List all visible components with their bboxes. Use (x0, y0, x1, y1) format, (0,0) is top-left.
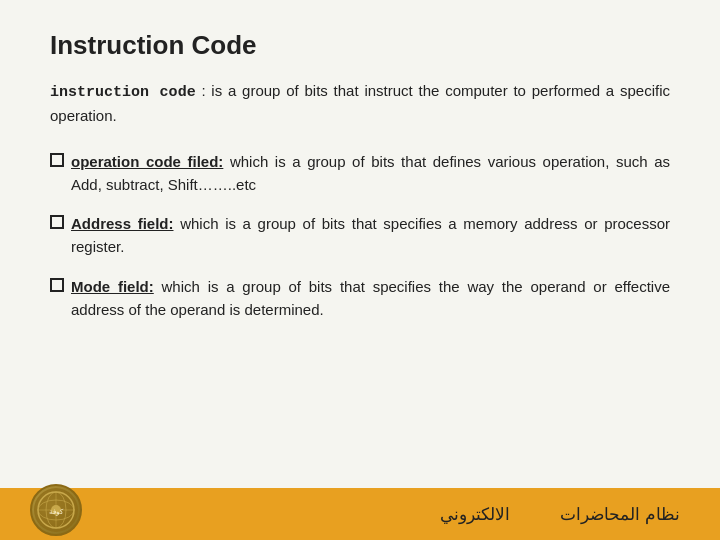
checkbox-mode (50, 278, 64, 292)
logo-svg: كوفة (32, 486, 80, 534)
footer-content: نظام المحاضرات الالكتروني (440, 504, 680, 525)
intro-label: instruction code (50, 84, 196, 101)
footer-left-text: الالكتروني (440, 504, 510, 525)
section-mode-text: Mode field: which is a group of bits tha… (71, 275, 670, 322)
logo-circle: كوفة (30, 484, 82, 536)
checkbox-address (50, 215, 64, 229)
slide: Instruction Code instruction code : is a… (0, 0, 720, 540)
section-operation-text: operation code filed: which is a group o… (71, 150, 670, 197)
footer: نظام المحاضرات الالكتروني (0, 488, 720, 540)
checkbox-operation (50, 153, 64, 167)
section-mode-body: which is a group of bits that specifies … (71, 278, 670, 318)
section-address-label: Address field: (71, 215, 174, 232)
intro-paragraph: instruction code : is a group of bits th… (50, 79, 670, 128)
section-address: Address field: which is a group of bits … (50, 212, 670, 259)
section-address-text: Address field: which is a group of bits … (71, 212, 670, 259)
slide-title: Instruction Code (50, 30, 670, 61)
section-operation: operation code filed: which is a group o… (50, 150, 670, 197)
footer-right-text: نظام المحاضرات (560, 504, 680, 525)
logo: كوفة (30, 484, 82, 536)
section-mode: Mode field: which is a group of bits tha… (50, 275, 670, 322)
svg-text:كوفة: كوفة (49, 508, 64, 516)
section-operation-label: operation code filed: (71, 153, 223, 170)
section-mode-label: Mode field: (71, 278, 154, 295)
